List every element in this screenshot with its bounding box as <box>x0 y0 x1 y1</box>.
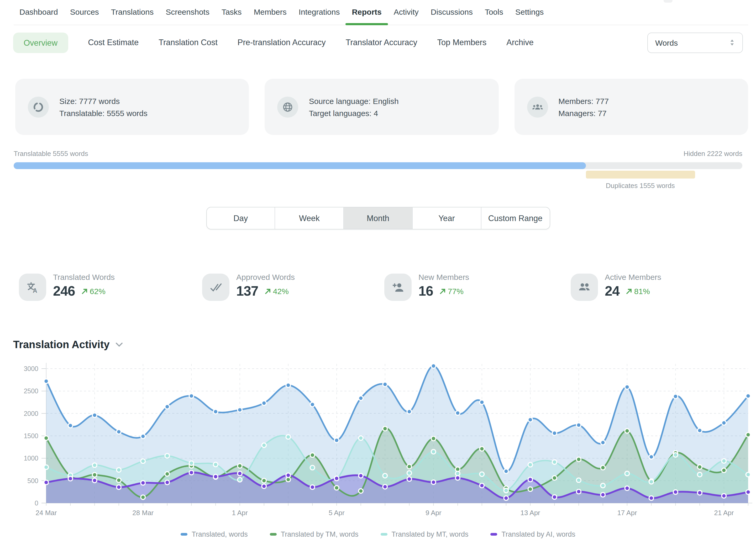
tab-top-members[interactable]: Top Members <box>437 38 487 47</box>
date-range-toggle: Day Week Month Year Custom Range <box>206 207 550 229</box>
tab-pretranslation-accuracy[interactable]: Pre-translation Accuracy <box>238 38 326 47</box>
translation-activity-chart-wrap: 05001000150020002500300024 Mar28 Mar1 Ap… <box>0 357 756 538</box>
stat-value: 137 <box>236 283 258 299</box>
hidden-words-label: Hidden 2222 words <box>684 150 742 158</box>
nav-tools[interactable]: Tools <box>485 7 503 25</box>
nav-translations[interactable]: Translations <box>111 7 154 25</box>
unit-select-value: Words <box>655 38 678 47</box>
chart-legend: Translated, words Translated by TM, word… <box>0 530 756 538</box>
unit-select[interactable]: Words <box>647 32 743 53</box>
nav-discussions[interactable]: Discussions <box>431 7 473 25</box>
svg-text:1000: 1000 <box>24 454 38 462</box>
nav-tasks[interactable]: Tasks <box>222 7 242 25</box>
range-month[interactable]: Month <box>344 207 413 229</box>
svg-text:500: 500 <box>27 477 38 484</box>
main-nav: Dashboard Sources Translations Screensho… <box>14 0 748 25</box>
svg-text:1500: 1500 <box>24 432 38 440</box>
svg-text:5 Apr: 5 Apr <box>329 509 345 517</box>
legend-translated-mt[interactable]: Translated by MT, words <box>380 530 468 538</box>
stat-delta-value: 77% <box>448 287 464 296</box>
svg-text:28 Mar: 28 Mar <box>132 509 154 517</box>
languages-card: Source language: English Target language… <box>265 79 499 135</box>
tab-archive[interactable]: Archive <box>506 38 533 47</box>
project-summary-cards: Size: 7777 words Translatable: 5555 word… <box>15 79 748 135</box>
tab-translation-cost[interactable]: Translation Cost <box>159 38 218 47</box>
range-week[interactable]: Week <box>275 207 344 229</box>
legend-label: Translated by AI, words <box>502 530 575 538</box>
select-sorter-icon <box>729 38 735 47</box>
translatable-bar-segment <box>14 162 586 169</box>
range-day[interactable]: Day <box>207 207 275 229</box>
members-line: Members: 777 <box>558 95 609 107</box>
translate-icon: A <box>19 274 46 301</box>
add-user-icon <box>384 274 412 301</box>
nav-dashboard[interactable]: Dashboard <box>19 7 58 25</box>
legend-swatch-translated-icon <box>181 533 187 536</box>
trend-up-icon <box>625 287 633 295</box>
svg-text:3000: 3000 <box>24 365 38 372</box>
translatable-words-label: Translatable 5555 words <box>14 150 88 158</box>
trend-up-icon <box>264 287 271 295</box>
words-progress-bar <box>14 162 742 169</box>
kpi-stats: A Translated Words 246 62% Approved Word… <box>0 273 756 313</box>
stat-label: Translated Words <box>53 273 115 281</box>
legend-label: Translated by MT, words <box>391 530 468 538</box>
translation-activity-chart[interactable]: 05001000150020002500300024 Mar28 Mar1 Ap… <box>0 357 756 519</box>
members-card: Members: 777 Managers: 77 <box>514 79 748 135</box>
stat-label: Active Members <box>605 273 661 281</box>
legend-swatch-ai-icon <box>491 533 497 536</box>
tab-cost-estimate[interactable]: Cost Estimate <box>88 38 139 47</box>
svg-text:17 Apr: 17 Apr <box>617 509 637 517</box>
size-card: Size: 7777 words Translatable: 5555 word… <box>15 79 249 135</box>
double-check-icon <box>202 274 229 301</box>
svg-text:A: A <box>33 287 37 294</box>
progress-circle-icon <box>28 96 49 117</box>
stat-delta-value: 42% <box>273 287 289 296</box>
legend-swatch-tm-icon <box>270 533 277 536</box>
source-language-line: Source language: English <box>309 95 399 107</box>
stat-delta-value: 62% <box>90 287 106 296</box>
section-title: Translation Activity <box>13 339 110 351</box>
stat-delta-value: 81% <box>634 287 650 296</box>
svg-text:2500: 2500 <box>24 387 38 395</box>
nav-settings[interactable]: Settings <box>515 7 544 25</box>
translated-words-stat: A Translated Words 246 62% <box>19 273 115 301</box>
stat-value: 246 <box>53 283 75 299</box>
legend-translated-ai[interactable]: Translated by AI, words <box>491 530 575 538</box>
legend-translated-tm[interactable]: Translated by TM, words <box>270 530 359 538</box>
chevron-down-icon[interactable] <box>115 342 123 347</box>
approved-words-stat: Approved Words 137 42% <box>202 273 295 301</box>
users-icon <box>571 274 598 301</box>
nav-integrations[interactable]: Integrations <box>299 7 340 25</box>
tab-translator-accuracy[interactable]: Translator Accuracy <box>346 38 417 47</box>
svg-text:2000: 2000 <box>24 410 38 417</box>
tab-overview[interactable]: Overview <box>13 32 68 53</box>
legend-translated[interactable]: Translated, words <box>181 530 248 538</box>
nav-activity[interactable]: Activity <box>394 7 419 25</box>
stat-value: 16 <box>418 283 433 299</box>
words-breakdown: Translatable 5555 words Hidden 2222 word… <box>14 150 742 191</box>
members-icon <box>527 96 548 117</box>
translation-activity-header: Translation Activity <box>13 339 756 351</box>
nav-members[interactable]: Members <box>254 7 287 25</box>
svg-text:21 Apr: 21 Apr <box>714 509 734 517</box>
legend-label: Translated, words <box>192 530 248 538</box>
duplicates-label: Duplicates 1555 words <box>606 182 675 190</box>
top-edge-remnant <box>664 0 673 3</box>
range-custom[interactable]: Custom Range <box>481 207 549 229</box>
legend-swatch-mt-icon <box>380 533 387 536</box>
range-year[interactable]: Year <box>413 207 481 229</box>
globe-icon <box>277 96 298 117</box>
duplicates-bar-segment <box>586 171 695 179</box>
stat-label: New Members <box>418 273 469 281</box>
new-members-stat: New Members 16 77% <box>384 273 469 301</box>
nav-screenshots[interactable]: Screenshots <box>166 7 209 25</box>
active-members-stat: Active Members 24 81% <box>571 273 661 301</box>
managers-line: Managers: 77 <box>558 107 609 119</box>
stat-value: 24 <box>605 283 619 299</box>
nav-reports[interactable]: Reports <box>352 7 381 25</box>
reports-page: Dashboard Sources Translations Screensho… <box>0 0 756 549</box>
nav-sources[interactable]: Sources <box>70 7 99 25</box>
size-line: Size: 7777 words <box>59 95 148 107</box>
stat-label: Approved Words <box>236 273 295 281</box>
